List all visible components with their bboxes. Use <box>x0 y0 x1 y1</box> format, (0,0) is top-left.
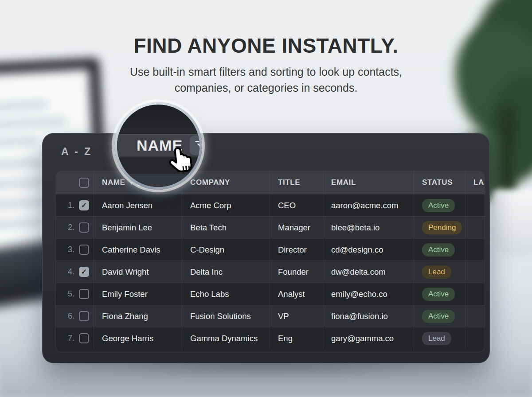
column-header-label: TITLE <box>278 178 300 187</box>
blurred-screen-line <box>0 180 47 187</box>
contact-title: Director <box>278 245 307 255</box>
contact-email: blee@beta.io <box>331 223 379 233</box>
status-badge: Lead <box>422 332 451 345</box>
contact-name: David Wright <box>102 267 149 277</box>
table-header-row: NAME ▼ aaron | COMPANY TITLE EMAIL STATU… <box>56 171 485 194</box>
plant-stem <box>500 106 515 199</box>
column-header-label: NAME <box>102 178 125 187</box>
last-cell <box>465 283 485 305</box>
contact-title: Manager <box>278 223 310 233</box>
contact-name: Aaron Jensen <box>102 201 153 210</box>
status-badge: Lead <box>422 265 451 279</box>
row-number: 4. <box>68 267 74 276</box>
row-number: 7. <box>68 334 74 343</box>
contact-title: Analyst <box>278 289 305 299</box>
select-all-checkbox[interactable] <box>79 178 89 188</box>
table-row[interactable]: 7. George Harris Gamma Dynamics Eng gary… <box>56 327 485 349</box>
contact-email: emily@echo.co <box>331 289 387 299</box>
contact-name: Fiona Zhang <box>102 311 148 321</box>
row-checkbox[interactable]: ✓ <box>79 200 89 210</box>
contacts-table: NAME ▼ aaron | COMPANY TITLE EMAIL STATU… <box>55 171 485 352</box>
table-row[interactable]: 5. Emily Foster Echo Labs Analyst emily@… <box>56 283 485 305</box>
table-row[interactable]: 4. ✓ David Wright Delta Inc Founder dw@d… <box>56 261 485 283</box>
page-title: FIND ANYONE INSTANTLY. <box>0 34 532 58</box>
row-select-cell: 7. <box>56 327 94 349</box>
contact-email: fiona@fusion.io <box>331 311 388 321</box>
contact-title: Founder <box>278 267 309 277</box>
row-number: 1. <box>68 201 74 210</box>
status-badge: Active <box>422 243 455 257</box>
table-body: 1. ✓ Aaron Jensen Acme Corp CEO aaron@ac… <box>56 194 485 349</box>
contact-title: CEO <box>278 201 296 210</box>
column-header-label: STATUS <box>422 178 453 187</box>
row-checkbox[interactable] <box>79 333 89 343</box>
row-number: 5. <box>68 289 74 299</box>
column-header-email[interactable]: EMAIL <box>323 171 414 194</box>
table-row[interactable]: 6. Fiona Zhang Fusion Solutions VP fiona… <box>56 305 485 327</box>
column-header-label: COMPANY <box>190 178 230 187</box>
row-select-cell: 6. <box>56 305 94 327</box>
row-checkbox[interactable] <box>79 289 89 299</box>
contacts-app-panel: A - Z NAME ▼ aaron | COMPANY TITLE EMAIL… <box>42 133 490 363</box>
column-header-label: LA <box>473 178 484 187</box>
contact-company: Fusion Solutions <box>190 311 251 321</box>
page-subtitle: Use built-in smart filters and sorting t… <box>0 64 532 96</box>
last-cell <box>465 195 485 216</box>
blurred-screen-line <box>0 102 47 110</box>
contact-email: aaron@acme.com <box>331 201 398 210</box>
contact-company: Echo Labs <box>190 289 229 299</box>
contact-email: cd@design.co <box>331 245 383 255</box>
plant-pot <box>493 190 532 256</box>
column-header-status[interactable]: STATUS <box>414 171 465 194</box>
header-select-cell <box>56 171 94 194</box>
last-cell <box>465 239 485 261</box>
row-number: 2. <box>68 223 74 232</box>
column-header-title[interactable]: TITLE <box>270 171 323 194</box>
row-checkbox[interactable] <box>79 245 89 255</box>
subtitle-line-1: Use built-in smart filters and sorting t… <box>130 66 402 78</box>
column-header-label: EMAIL <box>331 178 356 187</box>
column-header-company[interactable]: COMPANY <box>182 171 270 194</box>
status-badge: Pending <box>422 221 462 234</box>
subtitle-line-2: companies, or categories in seconds. <box>175 82 358 94</box>
table-row[interactable]: 1. ✓ Aaron Jensen Acme Corp CEO aaron@ac… <box>56 194 485 216</box>
contact-email: dw@delta.com <box>331 267 386 277</box>
contact-company: Gamma Dynamics <box>190 334 258 343</box>
contact-company: Delta Inc <box>190 267 223 277</box>
last-cell <box>465 217 485 238</box>
contact-company: Acme Corp <box>190 201 231 210</box>
blurred-screen-line <box>0 220 45 227</box>
row-number: 6. <box>68 311 74 321</box>
table-row[interactable]: 2. Benjamin Lee Beta Tech Manager blee@b… <box>56 216 485 238</box>
row-number: 3. <box>68 245 74 254</box>
last-cell <box>465 305 485 327</box>
contact-title: VP <box>278 311 289 321</box>
row-checkbox[interactable]: ✓ <box>79 267 89 277</box>
last-cell <box>465 261 485 283</box>
blurred-screen-line <box>0 119 66 128</box>
contact-title: Eng <box>278 334 293 343</box>
last-cell <box>465 327 485 349</box>
row-select-cell: 4. ✓ <box>56 261 94 283</box>
row-select-cell: 3. <box>56 239 94 261</box>
contact-name: Benjamin Lee <box>102 223 152 233</box>
status-badge: Active <box>422 199 455 212</box>
table-row[interactable]: 3. Catherine Davis C-Design Director cd@… <box>56 238 485 261</box>
row-select-cell: 2. <box>56 217 94 238</box>
row-checkbox[interactable] <box>79 222 89 233</box>
contact-name: Emily Foster <box>102 289 148 299</box>
row-select-cell: 1. ✓ <box>56 195 94 216</box>
marketing-screenshot: FIND ANYONE INSTANTLY. Use built-in smar… <box>0 0 532 397</box>
status-badge: Active <box>422 288 455 301</box>
blurred-screen-line <box>0 138 36 145</box>
row-checkbox[interactable] <box>79 311 89 321</box>
contact-company: C-Design <box>190 245 224 255</box>
column-header-last[interactable]: LA <box>465 171 485 194</box>
status-badge: Active <box>422 310 455 323</box>
row-select-cell: 5. <box>56 283 94 305</box>
contact-name: Catherine Davis <box>102 245 160 255</box>
magnifier-circle: NAME <box>114 102 202 190</box>
contact-company: Beta Tech <box>190 223 227 233</box>
contact-name: George Harris <box>102 334 153 343</box>
sort-order-label: A - Z <box>61 146 92 158</box>
